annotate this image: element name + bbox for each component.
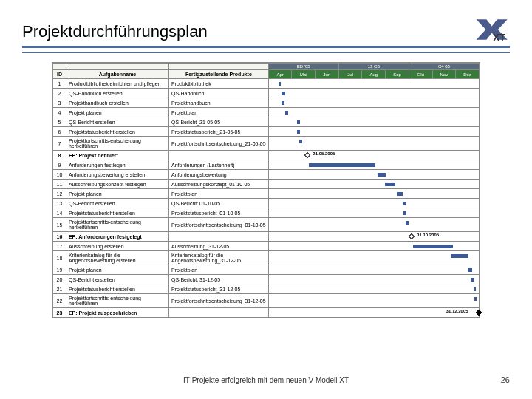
task-name: Projekthandbuch erstellen — [66, 98, 168, 108]
task-name: Projektstatusbericht erstellen — [66, 127, 168, 137]
product-name: Projektplan — [169, 108, 269, 117]
xt-logo: XT — [473, 15, 514, 44]
gantt-cell — [268, 108, 479, 117]
gantt-bar — [403, 211, 406, 215]
row-id: 8 — [53, 151, 66, 160]
row-id: 9 — [53, 160, 66, 170]
gantt-bar — [299, 140, 302, 143]
row-id: 12 — [53, 189, 66, 199]
gantt-cell — [268, 79, 479, 89]
table-row: 3Projekthandbuch erstellenProjekthandbuc… — [53, 98, 480, 108]
table-row: 11Ausschreibungskonzept festlegenAusschr… — [53, 180, 480, 189]
task-name: QS-Bericht erstellen — [66, 199, 168, 208]
table-row: 19Projekt planenProjektplan — [53, 265, 480, 275]
task-name: Projektfortschritts-entscheidung herbeif… — [66, 218, 168, 232]
gantt-bar — [413, 245, 453, 248]
task-name: Anforderungsbewertung erstellen — [66, 170, 168, 180]
table-row: 4Projekt planenProjektplan — [53, 108, 480, 117]
task-name: Projekt planen — [66, 265, 168, 275]
product-name: Anforderungsbewertung — [169, 170, 269, 180]
gantt-cell: 31.12.2005 — [268, 308, 479, 318]
task-name: Projektfortschritts-entscheidung herbeif… — [66, 294, 168, 308]
gantt-bar — [279, 82, 282, 86]
table-row: 7Projektfortschritts-entscheidung herbei… — [53, 137, 480, 151]
gantt-bar — [474, 297, 477, 301]
gantt-bar — [451, 254, 468, 258]
row-id: 19 — [53, 265, 66, 275]
gantt-cell — [268, 170, 479, 180]
table-row: 13QS-Bericht erstellenQS-Bericht: 01-10-… — [53, 199, 480, 208]
gantt-cell — [268, 180, 479, 189]
row-id: 14 — [53, 208, 66, 218]
task-name: QS-Handbuch erstellen — [66, 89, 168, 98]
row-id: 17 — [53, 242, 66, 251]
row-id: 11 — [53, 180, 66, 189]
row-id: 5 — [53, 117, 66, 127]
task-name: Anforderungen festlegen — [66, 160, 168, 170]
task-name: Ausschreibung erstellen — [66, 242, 168, 251]
milestone-diamond — [304, 152, 310, 158]
table-row: 20QS-Bericht erstellenQS-Bericht: 31-12-… — [53, 275, 480, 284]
gantt-bar — [403, 202, 406, 205]
table-row: 10Anforderungsbewertung erstellenAnforde… — [53, 170, 480, 180]
gantt-cell — [268, 218, 479, 232]
row-id: 22 — [53, 294, 66, 308]
table-row: 1Produktbibliothek einrichten und pflege… — [53, 79, 480, 89]
task-name: Projekt planen — [66, 189, 168, 199]
milestone-label: 21.05.2005 — [313, 151, 335, 156]
gantt-cell — [268, 98, 479, 108]
row-id: 16 — [53, 232, 66, 242]
gantt-cell — [268, 199, 479, 208]
gantt-bar — [378, 173, 386, 177]
gantt-bar — [309, 163, 375, 167]
row-id: 21 — [53, 284, 66, 294]
product-name: Ausschreibung_31-12-05 — [169, 242, 269, 251]
milestone-label: 31.12.2005 — [446, 309, 468, 313]
table-row: 16EP: Anforderungen festgelegt01.10.2005 — [53, 232, 480, 242]
product-name: Projektstatusbericht_31-12-05 — [169, 284, 269, 294]
task-name: Produktbibliothek einrichten und pflegen — [66, 79, 168, 89]
product-name: QS-Bericht: 01-10-05 — [169, 199, 269, 208]
gantt-bar — [385, 183, 395, 186]
gantt-bar — [397, 192, 403, 196]
gantt-bar — [471, 278, 474, 282]
gantt-cell — [268, 127, 479, 137]
product-name: Projektfortschrittsentscheidung_01-10-05 — [169, 218, 269, 232]
task-name: Projektstatusbericht erstellen — [66, 208, 168, 218]
product-name: Projektstatusbericht_21-05-05 — [169, 127, 269, 137]
gantt-bar — [468, 268, 472, 272]
page-title: Projektdurchführungsplan — [22, 22, 510, 41]
product-name: Projektplan — [169, 189, 269, 199]
title-underline — [22, 46, 510, 53]
product-name: Kriterienkatalog für die Angebotsbewertu… — [169, 251, 269, 265]
gantt-cell: 21.05.2005 — [268, 151, 479, 160]
table-row: 21Projektstatusbericht erstellenProjekts… — [53, 284, 480, 294]
table-row: 8EP: Projekt definiert21.05.2005 — [53, 151, 480, 160]
row-id: 7 — [53, 137, 66, 151]
product-name: Anforderungen (Lastenheft) — [169, 160, 269, 170]
product-name: Projektfortschrittsentscheidung_21-05-05 — [169, 137, 269, 151]
product-name: QS-Handbuch — [169, 89, 269, 98]
task-name: Projektfortschritts-entscheidung herbeif… — [66, 137, 168, 151]
page-number: 26 — [501, 375, 510, 384]
table-row: 12Projekt planenProjektplan — [53, 189, 480, 199]
row-id: 13 — [53, 199, 66, 208]
gantt-cell: 01.10.2005 — [268, 232, 479, 242]
gantt-bar — [282, 92, 285, 95]
table-row: 5QS-Bericht erstellenQS-Bericht_21-05-05 — [53, 117, 480, 127]
row-id: 10 — [53, 170, 66, 180]
row-id: 2 — [53, 89, 66, 98]
product-name: Produktbibliothek — [169, 79, 269, 89]
table-row: 14Projektstatusbericht erstellenProjekts… — [53, 208, 480, 218]
task-name: EP: Projekt definiert — [66, 151, 168, 160]
table-row: 23EP: Projekt ausgeschrieben31.12.2005 — [53, 308, 480, 318]
svg-text:XT: XT — [494, 32, 506, 43]
footer-text: IT-Projekte erfolgreich mit dem neuen V-… — [0, 376, 532, 384]
product-name: Projektfortschrittsentscheidung_31-12-05 — [169, 294, 269, 308]
gantt-bar — [285, 111, 288, 115]
gantt-cell — [268, 137, 479, 151]
row-id: 15 — [53, 218, 66, 232]
product-name — [169, 232, 269, 242]
gantt-cell — [268, 275, 479, 284]
product-name: Projektplan — [169, 265, 269, 275]
